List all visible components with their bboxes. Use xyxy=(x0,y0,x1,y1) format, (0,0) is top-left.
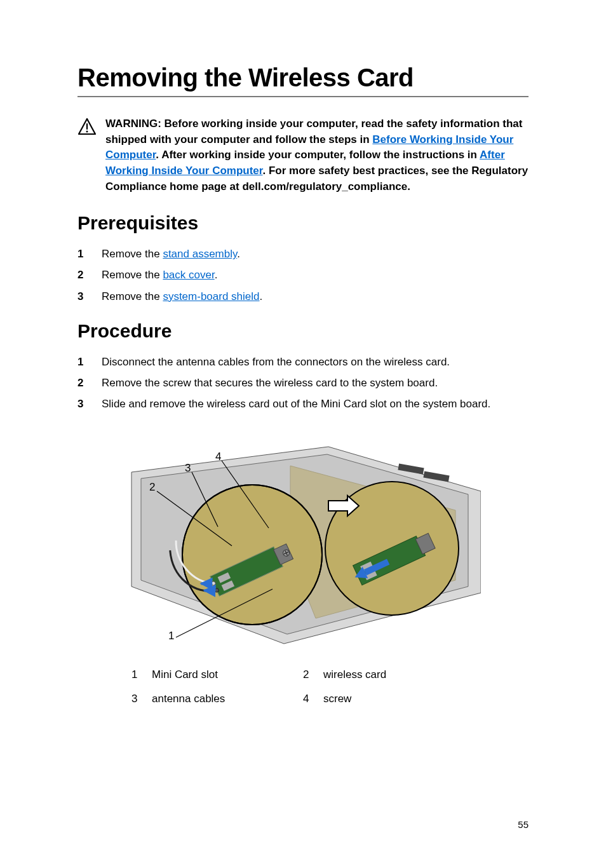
page-number: 55 xyxy=(518,819,529,830)
prereq-pre: Remove the xyxy=(102,290,163,302)
callout-1: 1 xyxy=(168,630,174,642)
list-item: Remove the screw that secures the wirele… xyxy=(77,374,529,391)
legend-num: 2 xyxy=(303,663,311,686)
procedure-text: Slide and remove the wireless card out o… xyxy=(102,395,490,412)
legend-label: Mini Card slot xyxy=(152,663,218,686)
legend-num: 3 xyxy=(131,687,139,710)
warning-block: WARNING: Before working inside your comp… xyxy=(77,116,529,194)
link-back-cover[interactable]: back cover xyxy=(163,269,214,281)
legend-cell: 4 screw xyxy=(303,687,475,710)
legend-cell: 2 wireless card xyxy=(303,663,475,686)
heading-prerequisites: Prerequisites xyxy=(77,212,529,234)
svg-point-1 xyxy=(86,131,88,133)
link-system-board-shield[interactable]: system-board shield xyxy=(163,290,259,302)
list-item: Remove the system-board shield. xyxy=(77,288,529,305)
warning-mid1: . After working inside your computer, fo… xyxy=(156,149,480,161)
svg-point-4 xyxy=(182,485,322,625)
legend-cell: 1 Mini Card slot xyxy=(131,663,303,686)
link-stand-assembly[interactable]: stand assembly xyxy=(163,248,237,260)
page-title: Removing the Wireless Card xyxy=(77,64,529,97)
prereq-post: . xyxy=(260,290,263,302)
heading-procedure: Procedure xyxy=(77,320,529,342)
legend-num: 4 xyxy=(303,687,311,710)
procedure-text: Remove the screw that secures the wirele… xyxy=(102,374,438,391)
figure: 1 2 3 4 1 Mini Card slot 2 wireless card… xyxy=(125,428,481,710)
legend-label: antenna cables xyxy=(152,687,225,710)
list-item: Remove the stand assembly. xyxy=(77,245,529,262)
list-item: Remove the back cover. xyxy=(77,266,529,283)
callout-3: 3 xyxy=(185,462,191,475)
legend-label: screw xyxy=(323,687,351,710)
procedure-text: Disconnect the antenna cables from the c… xyxy=(102,353,450,370)
callout-4: 4 xyxy=(215,451,221,463)
figure-legend: 1 Mini Card slot 2 wireless card 3 anten… xyxy=(131,663,475,710)
legend-row: 1 Mini Card slot 2 wireless card xyxy=(131,663,475,686)
callout-2: 2 xyxy=(149,481,155,494)
legend-label: wireless card xyxy=(323,663,386,686)
list-item: Disconnect the antenna cables from the c… xyxy=(77,353,529,370)
legend-row: 3 antenna cables 4 screw xyxy=(131,687,475,710)
prerequisites-list: Remove the stand assembly. Remove the ba… xyxy=(77,245,529,305)
legend-num: 1 xyxy=(131,663,139,686)
warning-text: WARNING: Before working inside your comp… xyxy=(105,116,529,194)
prereq-pre: Remove the xyxy=(102,269,163,281)
prereq-pre: Remove the xyxy=(102,248,163,260)
legend-cell: 3 antenna cables xyxy=(131,687,303,710)
warning-icon xyxy=(77,118,97,138)
prereq-post: . xyxy=(237,248,240,260)
diagram-svg xyxy=(125,428,481,656)
procedure-list: Disconnect the antenna cables from the c… xyxy=(77,353,529,413)
prereq-post: . xyxy=(215,269,218,281)
list-item: Slide and remove the wireless card out o… xyxy=(77,395,529,412)
diagram: 1 2 3 4 xyxy=(125,428,481,656)
